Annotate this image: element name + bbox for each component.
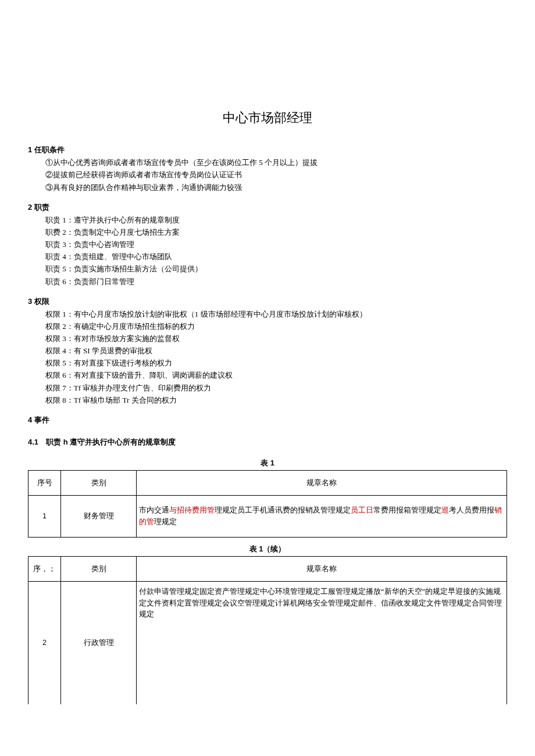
cell-seq: 1	[28, 496, 61, 538]
col-header-seq: 序号	[28, 471, 61, 496]
list-item: 权限 6：有对直接下级的晋升、降职、调岗调薪的建议权	[45, 370, 507, 381]
text: 理规定员工手机通讯费的报销及管理规定	[215, 506, 351, 514]
list-item: 权限 5：有对直接下级进行考核的权力	[45, 357, 507, 369]
text: 理规定	[154, 518, 177, 526]
page-title: 中心市场部经理	[28, 108, 507, 128]
col-header-name: 规章名称	[137, 471, 507, 496]
list-item: 权限 8：Tf 审核巾场部 Tr 关合同的权力	[45, 395, 507, 406]
table-1c-caption: 表 1（续）	[28, 543, 507, 555]
table-1-continued: 序，； 类别 规章名称 2 行政管理 付款申请管理规定固定资产管理规定中心环境管…	[28, 556, 507, 704]
table-1: 序号 类别 规章名称 1 财务管理 市内交通与招待费用管理规定员工手机通讯费的报…	[28, 470, 507, 538]
table-row: 1 财务管理 市内交通与招待费用管理规定员工手机通讯费的报销及管理规定员工日常费…	[28, 496, 507, 538]
section-2-body: 职贵 1：遵守并执行中心所有的规章制度 职费 2：负责制定中心月度七场招生方案 …	[28, 214, 507, 288]
text: 考人员费用报	[449, 506, 494, 514]
list-item: 权限 1：有中心月度市场投放计划的审批权（1 级市场部经理有中心月度市场投放计划…	[45, 309, 507, 320]
col-header-cat: 类别	[61, 557, 137, 582]
list-item: 职责 6：负责部门日常管理	[45, 276, 507, 288]
col-header-name: 规章名称	[137, 557, 507, 582]
section-4-1-heading: 4.1 职责 h 遵守并执行中心所有的规章制度	[28, 436, 507, 448]
list-item: 职费 2：负责制定中心月度七场招生方案	[45, 227, 507, 238]
list-item: 职责 5：负责实施市场招生新方法（公司提供）	[45, 263, 507, 275]
list-item: ②提拔前已经获得咨询师或者者市场宣传专员岗位认证证书	[45, 169, 507, 181]
list-item: 权限 4：有 SI 学员退费的审批权	[45, 345, 507, 357]
list-item: 职责 3：负责中心咨询管理	[45, 239, 507, 250]
list-item: 权限 3：有对市场投放方案实施的监督权	[45, 333, 507, 345]
document-page: 中心市场部经理 1 任职条件 ①从中心优秀咨询师或者者市场宣传专员中（至少在该岗…	[0, 0, 535, 704]
table-1-caption: 表 1	[28, 457, 507, 469]
cell-name: 付款申请管理规定固定资产管理规定中心环境管理规定工服管理规定播放“新华的天空”的…	[137, 582, 507, 705]
list-item: ①从中心优秀咨询师或者者市场宣传专员中（至少在该岗位工作 5 个月以上）提拔	[45, 157, 507, 169]
section-3-heading: 3 权限	[28, 296, 507, 307]
text-red: 员工日	[351, 506, 373, 514]
section-1-body: ①从中心优秀咨询师或者者市场宣传专员中（至少在该岗位工作 5 个月以上）提拔 ②…	[28, 157, 507, 193]
table-row: 2 行政管理 付款申请管理规定固定资产管理规定中心环境管理规定工服管理规定播放“…	[28, 582, 507, 705]
list-item: 职贵 1：遵守并执行中心所有的规章制度	[45, 214, 507, 226]
col-header-seq: 序，；	[28, 557, 61, 582]
list-item: 职责 4：负责组建、管理中心市场团队	[45, 251, 507, 263]
cell-cat: 行政管理	[61, 582, 137, 705]
section-3-body: 权限 1：有中心月度市场投放计划的审批权（1 级市场部经理有中心月度市场投放计划…	[28, 309, 507, 406]
table-header-row: 序号 类别 规章名称	[28, 471, 507, 496]
text-red: 与招待费用管	[169, 506, 215, 514]
list-item: 权限 7：Tf 审核并办理支付广告、印刷费用的权力	[45, 382, 507, 394]
text-red: 巡	[441, 506, 449, 514]
section-2-heading: 2 职责	[28, 202, 507, 213]
section-4-heading: 4 事件	[28, 414, 507, 426]
section-1-heading: 1 任职条件	[28, 144, 507, 156]
text: 市内交通	[139, 506, 169, 514]
cell-seq: 2	[28, 582, 61, 705]
table-header-row: 序，； 类别 规章名称	[28, 557, 507, 582]
cell-cat: 财务管理	[61, 496, 137, 538]
col-header-cat: 类别	[61, 471, 137, 496]
list-item: ③具有良好的团队合作精神与职业素养，沟通协调能力较强	[45, 182, 507, 194]
text: 常费用报箱管理规定	[373, 506, 441, 514]
list-item: 权限 2：有确定中心月度市场招生指标的权力	[45, 321, 507, 332]
cell-name: 市内交通与招待费用管理规定员工手机通讯费的报销及管理规定员工日常费用报箱管理规定…	[137, 496, 507, 538]
